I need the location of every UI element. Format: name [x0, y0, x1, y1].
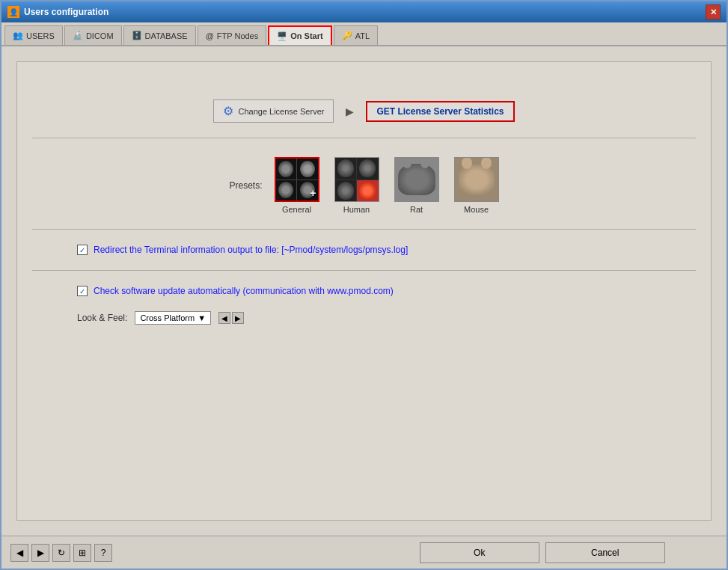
- refresh-icon: ↻: [58, 548, 65, 558]
- dropdown-arrow-icon: ▼: [198, 313, 206, 322]
- nav-forward-icon: ▶: [37, 548, 44, 558]
- help-button[interactable]: ?: [94, 544, 112, 562]
- presets-row: Presets: + General: [32, 157, 696, 214]
- look-feel-value: Cross Platform: [140, 313, 195, 322]
- nav-arrows: ◀ ▶: [218, 312, 244, 324]
- preset-rat-thumb: [394, 157, 439, 202]
- help-icon: ?: [101, 548, 106, 558]
- tab-dicom[interactable]: 🔬 DICOM: [64, 25, 122, 45]
- preset-general[interactable]: + General: [275, 157, 319, 214]
- preset-human[interactable]: Human: [334, 157, 379, 214]
- onstart-tab-label: On Start: [290, 31, 322, 40]
- checkbox-update-label: Check software update automatically (com…: [94, 286, 394, 296]
- look-feel-dropdown[interactable]: Cross Platform ▼: [135, 311, 211, 325]
- change-license-button[interactable]: ⚙ Change License Server: [213, 99, 334, 123]
- preset-mouse-thumb: [454, 157, 499, 202]
- bottom-nav-buttons: ◀ ▶ ↻ ⊞ ?: [10, 544, 361, 562]
- database-tab-icon: 🗄️: [132, 31, 142, 40]
- onstart-tab-icon: 🖥️: [277, 31, 287, 41]
- preset-general-thumb: +: [275, 157, 319, 202]
- nav-forward-button[interactable]: ▶: [31, 544, 49, 562]
- plus-icon: +: [310, 187, 316, 199]
- main-action-buttons: Ok Cancel: [367, 542, 718, 563]
- tab-bar: 👥 USERS 🔬 DICOM 🗄️ DATABASE @ FTP Nodes …: [1, 22, 727, 46]
- get-stats-label: GET License Server Statistics: [376, 106, 504, 117]
- look-feel-label: Look & Feel:: [77, 313, 127, 323]
- preset-human-thumb: [334, 157, 379, 202]
- presets-label: Presets:: [229, 180, 262, 191]
- preset-mouse[interactable]: Mouse: [454, 157, 499, 214]
- tab-atl[interactable]: 🔑 ATL: [334, 25, 378, 45]
- preset-items: + General: [275, 157, 499, 214]
- look-feel-row: Look & Feel: Cross Platform ▼ ◀ ▶: [32, 311, 696, 325]
- checkbox-redirect-row: ✓ Redirect the Terminal information outp…: [32, 245, 696, 255]
- atl-tab-icon: 🔑: [342, 31, 352, 40]
- grid-icon: ⊞: [79, 548, 86, 558]
- nav-back-icon: ◀: [16, 548, 23, 558]
- ftp-tab-icon: @: [206, 31, 214, 40]
- inner-panel: ⚙ Change License Server ▶ GET License Se…: [16, 61, 712, 521]
- tab-users[interactable]: 👥 USERS: [4, 25, 63, 45]
- cancel-button[interactable]: Cancel: [545, 542, 665, 563]
- tab-onstart[interactable]: 🖥️ On Start: [268, 25, 331, 45]
- arrow-icon: ▶: [346, 105, 354, 117]
- refresh-button[interactable]: ↻: [52, 544, 70, 562]
- content-area: ⚙ Change License Server ▶ GET License Se…: [1, 46, 727, 536]
- window-title: Users configuration: [24, 7, 108, 17]
- preset-rat-label: Rat: [410, 205, 423, 214]
- separator-2: [32, 229, 696, 230]
- checkbox-update[interactable]: ✓: [77, 286, 88, 296]
- preset-human-label: Human: [343, 205, 370, 214]
- dicom-tab-label: DICOM: [86, 31, 114, 40]
- change-license-icon: ⚙: [223, 104, 233, 118]
- ftp-tab-label: FTP Nodes: [217, 31, 258, 40]
- license-row: ⚙ Change License Server ▶ GET License Se…: [213, 99, 514, 123]
- tab-database[interactable]: 🗄️ DATABASE: [123, 25, 196, 45]
- nav-prev-arrow[interactable]: ◀: [218, 312, 230, 324]
- users-tab-label: USERS: [26, 31, 55, 40]
- checkbox-redirect-label: Redirect the Terminal information output…: [94, 245, 408, 255]
- users-tab-icon: 👥: [13, 31, 23, 40]
- main-window: 👤 Users configuration ✕ 👥 USERS 🔬 DICOM …: [0, 0, 728, 570]
- checkbox-redirect[interactable]: ✓: [77, 245, 88, 255]
- ok-button[interactable]: Ok: [420, 542, 539, 563]
- close-button[interactable]: ✕: [706, 4, 721, 19]
- change-license-label: Change License Server: [238, 107, 324, 116]
- tab-ftp[interactable]: @ FTP Nodes: [198, 25, 267, 45]
- nav-next-arrow[interactable]: ▶: [232, 312, 244, 324]
- preset-rat[interactable]: Rat: [394, 157, 439, 214]
- bottom-bar: ◀ ▶ ↻ ⊞ ? Ok Cancel: [1, 536, 727, 569]
- atl-tab-label: ATL: [355, 31, 370, 40]
- preset-mouse-label: Mouse: [464, 205, 489, 214]
- preset-general-label: General: [282, 205, 311, 214]
- title-bar: 👤 Users configuration ✕: [1, 1, 727, 22]
- app-icon: 👤: [7, 6, 19, 18]
- separator-1: [32, 138, 696, 138]
- checkbox-update-row: ✓ Check software update automatically (c…: [32, 286, 696, 296]
- separator-3: [32, 270, 696, 271]
- nav-back-button[interactable]: ◀: [10, 544, 28, 562]
- dicom-tab-icon: 🔬: [73, 31, 83, 40]
- title-bar-left: 👤 Users configuration: [7, 6, 108, 18]
- get-stats-button[interactable]: GET License Server Statistics: [366, 101, 514, 122]
- database-tab-label: DATABASE: [145, 31, 188, 40]
- grid-button[interactable]: ⊞: [73, 544, 91, 562]
